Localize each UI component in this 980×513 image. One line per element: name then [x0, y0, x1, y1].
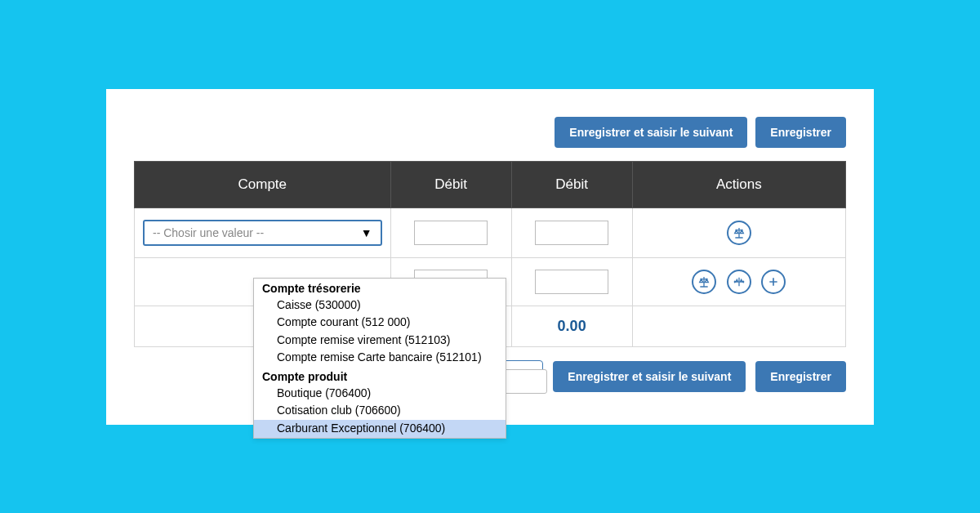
top-action-bar: Enregistrer et saisir le suivant Enregis…	[134, 117, 846, 148]
debit-input-1[interactable]	[414, 221, 488, 245]
save-button[interactable]: Enregistrer	[755, 117, 846, 148]
header-actions: Actions	[632, 161, 845, 207]
debit-input-2[interactable]	[535, 270, 608, 294]
scale-icon	[733, 226, 746, 239]
balance-button[interactable]	[692, 270, 716, 294]
dropdown-group-label: Compte trésorerie	[254, 279, 506, 297]
scale-icon	[697, 275, 710, 288]
debit-input-2[interactable]	[535, 221, 608, 245]
table-row: -- Chosir une valeur -- ▼	[135, 207, 846, 257]
balance-button[interactable]	[727, 221, 751, 245]
accounting-panel: Enregistrer et saisir le suivant Enregis…	[106, 89, 874, 425]
transfer-button[interactable]	[727, 270, 751, 294]
total-debit-2: 0.00	[558, 318, 586, 334]
dropdown-option-highlighted[interactable]: Carburant Exceptionnel (706400)	[254, 420, 506, 438]
save-and-next-button[interactable]: Enregistrer et saisir le suivant	[555, 117, 747, 148]
add-row-button[interactable]	[761, 270, 786, 294]
header-debit-1: Débit	[390, 161, 511, 207]
dropdown-option[interactable]: Caisse (530000)	[254, 297, 506, 314]
chevron-down-icon: ▼	[361, 226, 372, 239]
dropdown-group-label: Compte produit	[254, 367, 506, 385]
dropdown-option[interactable]: Compte remise virement (512103)	[254, 332, 506, 350]
select-placeholder: -- Chosir une valeur --	[153, 226, 264, 239]
dropdown-option[interactable]: Boutique (706400)	[254, 385, 506, 403]
dropdown-option[interactable]: Cotisation club (706600)	[254, 402, 506, 420]
plus-icon	[767, 275, 780, 288]
account-select[interactable]: -- Chosir une valeur -- ▼	[143, 220, 382, 246]
account-dropdown: Compte trésorerie Caisse (530000) Compte…	[253, 278, 506, 439]
dropdown-option[interactable]: Compte remise Carte bancaire (512101)	[254, 349, 506, 367]
table-header-row: Compte Débit Débit Actions	[135, 161, 846, 207]
dropdown-option[interactable]: Compte courant (512 000)	[254, 314, 506, 332]
header-debit-2: Débit	[511, 161, 632, 207]
save-button-bottom[interactable]: Enregistrer	[755, 361, 846, 392]
transfer-icon	[733, 275, 746, 288]
save-and-next-button-bottom[interactable]: Enregistrer et saisir le suivant	[553, 361, 746, 392]
header-compte: Compte	[135, 161, 391, 207]
